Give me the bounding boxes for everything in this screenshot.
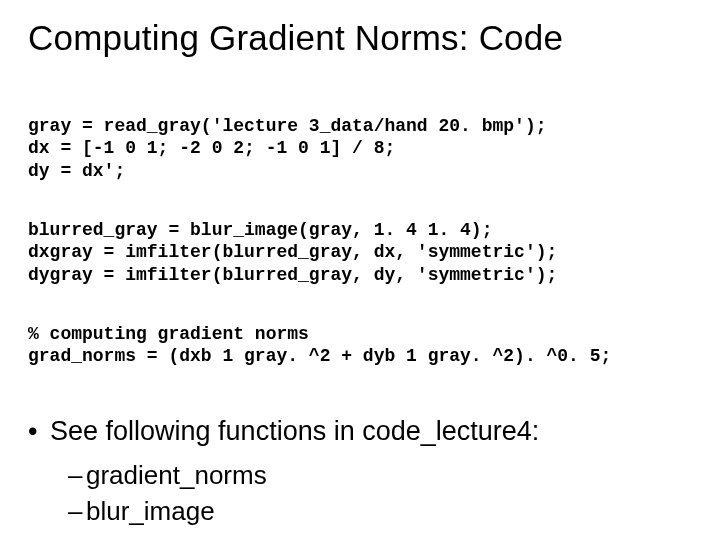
code-block: gray = read_gray('lecture 3_data/hand 20… <box>28 92 692 368</box>
bullet-lead: • See following functions in code_lectur… <box>28 412 692 451</box>
sub-item: –gradient_norms <box>68 457 692 493</box>
code-line: dy = dx'; <box>28 161 125 181</box>
sub-item-text: blur_image <box>86 496 215 526</box>
code-line: grad_norms = (dxb 1 gray. ^2 + dyb 1 gra… <box>28 346 611 366</box>
bullet-lead-text: See following functions in code_lecture4… <box>50 412 539 451</box>
slide-title: Computing Gradient Norms: Code <box>28 18 692 58</box>
code-line: dxgray = imfilter(blurred_gray, dx, 'sym… <box>28 242 557 262</box>
code-line: % computing gradient norms <box>28 324 309 344</box>
bullet-section: • See following functions in code_lectur… <box>28 412 692 530</box>
bullet-dot-icon: • <box>28 412 50 451</box>
code-line: dx = [-1 0 1; -2 0 2; -1 0 1] / 8; <box>28 138 395 158</box>
code-line: gray = read_gray('lecture 3_data/hand 20… <box>28 116 546 136</box>
code-line: dygray = imfilter(blurred_gray, dy, 'sym… <box>28 265 557 285</box>
code-line: blurred_gray = blur_image(gray, 1. 4 1. … <box>28 220 492 240</box>
sub-list: –gradient_norms –blur_image <box>68 457 692 530</box>
sub-item: –blur_image <box>68 493 692 529</box>
sub-item-text: gradient_norms <box>86 460 267 490</box>
